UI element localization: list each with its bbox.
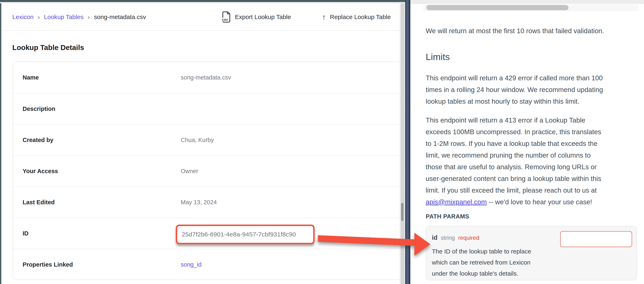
paragraph-line: those that are useful to analysis. Remov… [426, 161, 601, 173]
path-params-heading: PATH PARAMS [426, 213, 469, 220]
song-id-link[interactable]: song_id [181, 261, 202, 268]
detail-row-description: Description [13, 93, 400, 124]
breadcrumb-link-lexicon[interactable]: Lexicon [12, 13, 34, 20]
detail-row-your-access: Your Access Owner [13, 155, 400, 186]
upload-arrow-icon: ↑ [322, 13, 326, 21]
row-label: ID [22, 230, 28, 237]
id-param-input[interactable] [560, 231, 632, 247]
row-value: Chua, Kurby [181, 137, 214, 143]
breadcrumb-chevron-icon: › [87, 13, 90, 21]
row-label: Name [22, 74, 39, 81]
row-label: Created by [22, 137, 54, 143]
paragraph-line: exceeds 100MB uncompressed. In practice,… [426, 126, 601, 138]
paragraph-line: This endpoint will return a 429 error if… [426, 72, 603, 84]
row-value: Owner [181, 168, 198, 175]
id-highlight-annotation: 25d7f2b6-6901-4e8a-9457-7cbf931f8c90 [176, 225, 314, 244]
detail-row-name: Name song-metadata.csv [13, 62, 400, 93]
page-title: Lookup Table Details [12, 43, 84, 52]
replace-button-label: Replace Lookup Table [330, 13, 391, 20]
detail-row-created-by: Created by Chua, Kurby [13, 124, 400, 155]
lookup-table-id-value: 25d7f2b6-6901-4e8a-9457-7cbf931f8c90 [182, 231, 296, 238]
row-label: Last Edited [22, 199, 54, 206]
paragraph-line: to 1-2M rows. If you have a lookup table… [426, 138, 601, 149]
param-description-line: The ID of the lookup table to replace [432, 246, 531, 257]
param-description: The ID of the lookup table to replace wh… [432, 246, 531, 279]
window-chrome-top-strip [0, 0, 405, 2]
details-card: Name song-metadata.csv Description Creat… [13, 61, 400, 280]
docs-panel: We will return at most the first 10 rows… [410, 0, 644, 284]
param-name: id [432, 234, 438, 241]
id-param-card: id string required The ID of the lookup … [426, 226, 637, 280]
breadcrumb-link-lookup-tables[interactable]: Lookup Tables [44, 13, 84, 20]
breadcrumb-chevron-icon: › [37, 13, 40, 21]
row-label: Description [22, 106, 56, 112]
limits-heading: Limits [426, 52, 450, 62]
docs-horizontal-scrollbar-thumb[interactable] [426, 5, 568, 10]
csv-file-icon: csv [222, 11, 231, 22]
row-value: May 13, 2024 [181, 199, 217, 206]
docs-panel-top-strip [410, 0, 644, 4]
left-window-vertical-scrollbar[interactable] [400, 3, 405, 284]
docs-intro-text: We will return at most the first 10 rows… [426, 25, 641, 37]
paragraph-line: lookup tables at most hourly to stay wit… [426, 96, 603, 107]
paragraph-line: user-generated content can bring a looku… [426, 173, 601, 184]
param-required-badge: required [458, 235, 479, 241]
breadcrumb: Lexicon › Lookup Tables › song-metadata.… [12, 3, 146, 31]
left-window-scrollbar-thumb[interactable] [401, 203, 404, 221]
paragraph-line: limit. If you still exceed the limit, pl… [426, 184, 601, 196]
svg-text:csv: csv [222, 18, 228, 21]
support-email-link[interactable]: apis@mixpanel.com [426, 198, 487, 206]
detail-row-last-edited: Last Edited May 13, 2024 [13, 186, 400, 218]
lexicon-header: Lexicon › Lookup Tables › song-metadata.… [2, 3, 400, 31]
replace-lookup-table-button[interactable]: ↑ Replace Lookup Table [322, 3, 391, 31]
id-param-header: id string required [432, 234, 479, 241]
export-lookup-table-button[interactable]: csv Export Lookup Table [222, 3, 291, 31]
window-divider [405, 0, 410, 284]
param-type: string [441, 235, 455, 241]
paragraph-line: times in a rolling 24 hour window. We re… [426, 84, 603, 96]
export-button-label: Export Lookup Table [235, 13, 291, 20]
paragraph-line: limit, we recommend pruning the number o… [426, 149, 601, 161]
docs-horizontal-scrollbar[interactable] [423, 4, 639, 11]
breadcrumb-current-file: song-metadata.csv [94, 13, 146, 20]
detail-row-properties-linked: Properties Linked song_id [13, 249, 400, 280]
paragraph-line: This endpoint will return a 413 error if… [426, 114, 601, 126]
paragraph-tail: -- we'd love to hear your use case! [487, 198, 592, 206]
row-value: song-metadata.csv [181, 74, 231, 81]
row-label: Your Access [22, 168, 58, 175]
limits-paragraph-2: This endpoint will return a 413 error if… [426, 114, 601, 208]
row-label: Properties Linked [22, 261, 73, 268]
screen: Lexicon › Lookup Tables › song-metadata.… [0, 0, 644, 284]
paragraph-line: apis@mixpanel.com -- we'd love to hear y… [426, 196, 601, 208]
param-description-line: under the lookup table's details. [432, 268, 531, 279]
limits-paragraph-1: This endpoint will return a 429 error if… [426, 72, 603, 107]
param-description-line: which can be retreived from Lexicon [432, 257, 531, 268]
